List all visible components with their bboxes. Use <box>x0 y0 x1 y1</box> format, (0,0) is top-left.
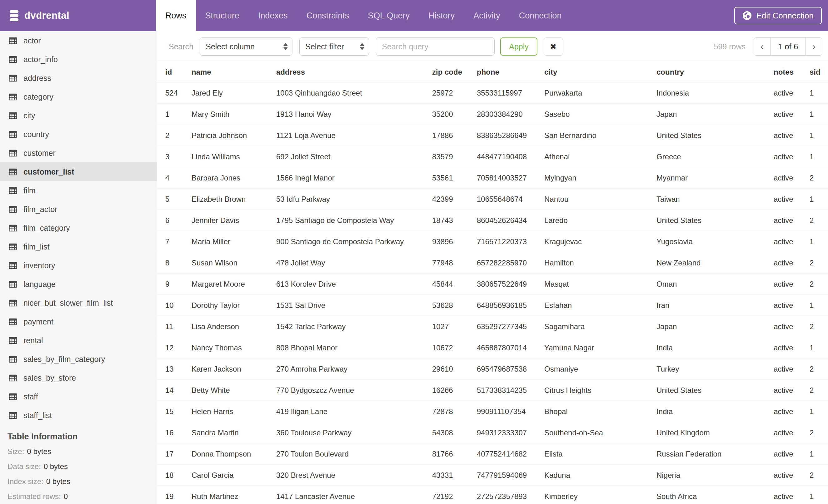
cell-name: Elizabeth Brown <box>192 189 276 210</box>
rows-count: 599 rows <box>714 42 746 51</box>
table-grid-icon <box>9 393 17 400</box>
cell-phone: 635297277345 <box>477 316 544 337</box>
tab-rows[interactable]: Rows <box>156 0 196 31</box>
table-name: nicer_but_slower_film_list <box>24 299 113 308</box>
cell-phone: 838635286649 <box>477 125 544 146</box>
cell-name: Margaret Moore <box>192 274 276 295</box>
sidebar-item-country[interactable]: country <box>0 125 157 144</box>
tab-history[interactable]: History <box>419 0 464 31</box>
sidebar-item-actor[interactable]: actor <box>0 31 157 50</box>
table-row[interactable]: 7Maria Miller900 Santiago de Compostela … <box>157 231 828 252</box>
cell-phone: 407752414682 <box>477 444 544 465</box>
column-header-id[interactable]: id <box>157 62 192 83</box>
sidebar-item-film-category[interactable]: film_category <box>0 219 157 237</box>
cell-address: 478 Joliet Way <box>276 252 432 274</box>
table-row[interactable]: 12Nancy Thomas808 Bhopal Manor1067246588… <box>157 337 828 359</box>
sidebar-item-customer-list[interactable]: customer_list <box>0 163 157 181</box>
sidebar-item-sales-by-store[interactable]: sales_by_store <box>0 368 157 387</box>
table-row[interactable]: 11Lisa Anderson1542 Tarlac Parkway102763… <box>157 316 828 337</box>
next-page-button[interactable]: › <box>806 38 822 55</box>
column-header-phone[interactable]: phone <box>477 62 544 83</box>
table-row[interactable]: 16Sandra Martin360 Toulouse Parkway54308… <box>157 422 828 444</box>
sidebar-item-rental[interactable]: rental <box>0 331 157 350</box>
tab-constraints[interactable]: Constraints <box>297 0 359 31</box>
sidebar-item-film-list[interactable]: film_list <box>0 237 157 256</box>
cell-address: 1795 Santiago de Compostela Way <box>276 210 432 231</box>
column-header-city[interactable]: city <box>544 62 657 83</box>
table-row[interactable]: 9Margaret Moore613 Korolev Drive45844380… <box>157 274 828 295</box>
filter-select[interactable]: Select filter <box>299 38 369 56</box>
sidebar-item-city[interactable]: city <box>0 106 157 125</box>
table-row[interactable]: 3Linda Williams692 Joliet Street83579448… <box>157 146 828 167</box>
table-row[interactable]: 17Donna Thompson270 Toulon Boulevard8176… <box>157 444 828 465</box>
sidebar-item-staff[interactable]: staff <box>0 387 157 406</box>
tab-structure[interactable]: Structure <box>196 0 249 31</box>
column-header-notes[interactable]: notes <box>774 62 810 83</box>
clear-filter-button[interactable]: ✖ <box>544 38 563 56</box>
table-name: staff <box>24 392 38 401</box>
column-header-address[interactable]: address <box>276 62 432 83</box>
cell-zip-code: 35200 <box>432 104 477 125</box>
sidebar-item-nicer-but-slower-film-list[interactable]: nicer_but_slower_film_list <box>0 293 157 312</box>
sidebar-item-address[interactable]: address <box>0 69 157 87</box>
sidebar-item-payment[interactable]: payment <box>0 312 157 331</box>
cell-phone: 380657522649 <box>477 274 544 295</box>
cell-city: Athenai <box>544 146 657 167</box>
tab-connection[interactable]: Connection <box>510 0 571 31</box>
info-label: Size: <box>7 447 24 456</box>
tab-bar: RowsStructureIndexesConstraintsSQL Query… <box>156 0 571 31</box>
cell-city: Sagamihara <box>544 316 657 337</box>
cell-city: Purwakarta <box>544 83 657 104</box>
sidebar-item-customer[interactable]: customer <box>0 144 157 163</box>
table-row[interactable]: 14Betty White770 Bydgoszcz Avenue1626651… <box>157 380 828 401</box>
sidebar-item-film-actor[interactable]: film_actor <box>0 200 157 219</box>
cell-address: 1542 Tarlac Parkway <box>276 316 432 337</box>
table-row[interactable]: 4Barbara Jones1566 Inegl Manor5356170581… <box>157 167 828 189</box>
column-header-sid[interactable]: sid <box>810 62 828 83</box>
table-row[interactable]: 524Jared Ely1003 Qinhuangdao Street25972… <box>157 83 828 104</box>
table-name: actor_info <box>24 55 58 64</box>
cell-city: Bhopal <box>544 401 657 422</box>
column-header-country[interactable]: country <box>657 62 774 83</box>
table-row[interactable]: 19Ruth Martinez1417 Lancaster Avenue7219… <box>157 486 828 504</box>
prev-page-button[interactable]: ‹ <box>754 38 770 55</box>
tab-activity[interactable]: Activity <box>464 0 510 31</box>
sidebar-item-actor-info[interactable]: actor_info <box>0 50 157 69</box>
sidebar-item-film[interactable]: film <box>0 181 157 200</box>
sidebar-item-category[interactable]: category <box>0 87 157 106</box>
cell-address: 692 Joliet Street <box>276 146 432 167</box>
column-header-zip-code[interactable]: zip code <box>432 62 477 83</box>
tab-indexes[interactable]: Indexes <box>249 0 297 31</box>
cell-id: 17 <box>157 444 192 465</box>
column-header-name[interactable]: name <box>192 62 276 83</box>
table-info-row: Size: 0 bytes <box>0 444 157 459</box>
table-row[interactable]: 5Elizabeth Brown53 Idfu Parkway423991065… <box>157 189 828 210</box>
toolbar-right: 599 rows ‹ 1 of 6 › <box>714 38 822 56</box>
table-row[interactable]: 8Susan Wilson478 Joliet Way7794865728228… <box>157 252 828 274</box>
table-row[interactable]: 10Dorothy Taylor1531 Sal Drive5362864885… <box>157 295 828 316</box>
edit-connection-button[interactable]: Edit Connection <box>734 7 822 25</box>
tab-sql-query[interactable]: SQL Query <box>358 0 419 31</box>
column-select[interactable]: Select column <box>200 38 292 56</box>
table-info-row: Data size: 0 bytes <box>0 459 157 474</box>
table-name: rental <box>24 336 43 345</box>
sidebar-item-language[interactable]: language <box>0 275 157 293</box>
table-row[interactable]: 13Karen Jackson270 Amroha Parkway2961069… <box>157 359 828 380</box>
sidebar-item-inventory[interactable]: inventory <box>0 256 157 275</box>
table-row[interactable]: 2Patricia Johnson1121 Loja Avenue1788683… <box>157 125 828 146</box>
apply-button[interactable]: Apply <box>500 38 537 56</box>
table-row[interactable]: 18Carol Garcia320 Brest Avenue4333174779… <box>157 465 828 486</box>
cell-city: Kaduna <box>544 465 657 486</box>
table-row[interactable]: 15Helen Harris419 Iligan Lane72878990911… <box>157 401 828 422</box>
cell-phone: 28303384290 <box>477 104 544 125</box>
table-grid-icon <box>9 337 17 344</box>
cell-address: 270 Amroha Parkway <box>276 359 432 380</box>
table-row[interactable]: 6Jennifer Davis1795 Santiago de Composte… <box>157 210 828 231</box>
data-table: idnameaddresszip codephonecitycountrynot… <box>157 62 828 504</box>
sidebar-item-staff-list[interactable]: staff_list <box>0 406 157 425</box>
table-grid-icon <box>9 149 17 157</box>
sidebar-item-sales-by-film-category[interactable]: sales_by_film_category <box>0 350 157 368</box>
table-row[interactable]: 1Mary Smith1913 Hanoi Way352002830338429… <box>157 104 828 125</box>
search-query-input[interactable] <box>376 38 495 56</box>
cell-sid: 1 <box>810 444 828 465</box>
